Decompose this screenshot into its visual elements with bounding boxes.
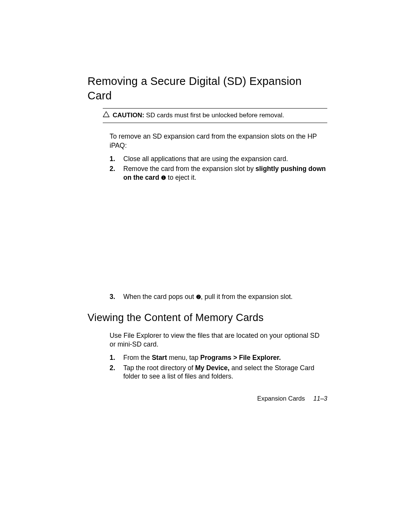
step-body: When the card pops out ❷, pull it from t…	[123, 292, 327, 301]
list-item: 1. From the Start menu, tap Programs > F…	[110, 353, 327, 362]
step2-part-a: Remove the card from the expansion slot …	[123, 165, 255, 173]
step3-part-b: , pull it from the expansion slot.	[201, 293, 293, 300]
step-body: From the Start menu, tap Programs > File…	[123, 353, 327, 362]
section-heading-removing-sd: Removing a Secure Digital (SD) Expansion…	[88, 74, 327, 103]
step-number: 1.	[110, 353, 116, 362]
step-number: 1.	[110, 155, 116, 163]
callout-1-icon: ❶	[161, 174, 166, 181]
step2-part-c: to eject it.	[166, 174, 196, 181]
step-body: Tap the root directory of My Device, and…	[123, 364, 327, 381]
step2v-b: My Device,	[195, 364, 229, 372]
view-intro-text: Use File Explorer to view the files that…	[110, 331, 327, 349]
step-number: 2.	[110, 165, 116, 182]
section-heading-viewing-memory: Viewing the Content of Memory Cards	[88, 311, 327, 324]
step1v-b: Start	[152, 354, 167, 361]
list-item: 2. Remove the card from the expansion sl…	[110, 165, 327, 182]
intro-text: To remove an SD expansion card from the …	[110, 132, 327, 150]
list-item: 1. Close all applications that are using…	[110, 155, 327, 163]
step-number: 3.	[110, 292, 116, 301]
list-item: 2. Tap the root directory of My Device, …	[110, 364, 327, 381]
caution-text: CAUTION: SD cards must first be unlocked…	[113, 111, 284, 120]
step1v-a: From the	[123, 354, 152, 361]
callout-2-icon: ❷	[196, 294, 201, 300]
caution-label: CAUTION:	[113, 112, 144, 119]
caution-triangle-icon	[103, 111, 110, 117]
step-body: Remove the card from the expansion slot …	[123, 165, 327, 182]
steps-list-removing: 1. Close all applications that are using…	[110, 155, 327, 301]
list-item: 3. When the card pops out ❷, pull it fro…	[110, 292, 327, 301]
document-page: Removing a Secure Digital (SD) Expansion…	[0, 0, 411, 381]
step2v-a: Tap the root directory of	[123, 364, 195, 372]
caution-body: SD cards must first be unlocked before r…	[146, 112, 284, 119]
footer-title: Expansion Cards	[257, 395, 305, 403]
footer-page-number: 11–3	[313, 395, 327, 403]
steps-list-viewing: 1. From the Start menu, tap Programs > F…	[110, 353, 327, 381]
step1v-d: Programs > File Explorer.	[200, 354, 281, 361]
step-number: 2.	[110, 364, 116, 381]
page-footer: Expansion Cards 11–3	[257, 395, 327, 403]
step1v-c: menu, tap	[167, 354, 201, 361]
step-body: Close all applications that are using th…	[123, 155, 327, 163]
step3-part-a: When the card pops out	[123, 293, 196, 300]
caution-block: CAUTION: SD cards must first be unlocked…	[103, 108, 327, 123]
